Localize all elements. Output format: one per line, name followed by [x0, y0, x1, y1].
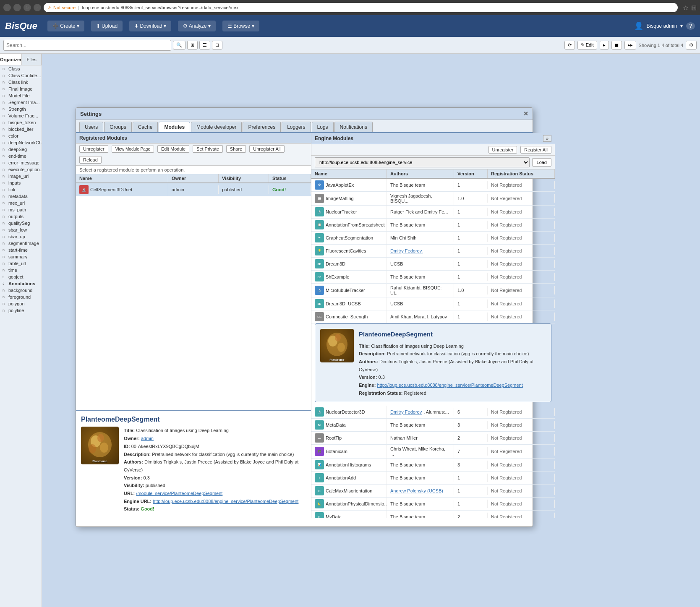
- sidebar-item-inputs[interactable]: ninputs: [0, 180, 42, 186]
- bookmark-icon[interactable]: ☆: [683, 4, 689, 12]
- unregister-button[interactable]: Unregister: [79, 145, 108, 153]
- engine-row-nucleardetector3d[interactable]: 🔬NuclearDetector3D Dmitry Fedorov, Alumn…: [311, 406, 555, 419]
- download-button[interactable]: ⬇ Download ▾: [129, 21, 171, 31]
- sidebar-item-gobject[interactable]: tgobject: [0, 274, 42, 280]
- sidebar-item-blocked-iter[interactable]: nblocked_iter: [0, 126, 42, 133]
- engine-row-botanicam[interactable]: 🌿Botanicam Chris Wheat, Mike Korcha, ...…: [311, 445, 555, 459]
- settings-button[interactable]: ⚙: [686, 41, 697, 49]
- sidebar-item-bisque-token[interactable]: nbisque_token: [0, 119, 42, 126]
- sidebar-item-sbar-up[interactable]: nsbar_up: [0, 233, 42, 240]
- sidebar-item-execute-options[interactable]: nexecute_option...: [0, 166, 42, 173]
- engine-row-metadata[interactable]: MMetaData The Bisque team 3 Not Register…: [311, 419, 555, 432]
- engine-row-composite-strength[interactable]: CSComposite_Strength Amil Khan, Marat I.…: [311, 310, 555, 323]
- tab-preferences[interactable]: Preferences: [243, 122, 281, 132]
- search-input[interactable]: [3, 40, 171, 51]
- engine-row-annotationadd[interactable]: +AnnotationAdd The Bisque team 1 Not Reg…: [311, 472, 555, 485]
- sidebar-item-final-image[interactable]: nFinal Image: [0, 86, 42, 92]
- sidebar-item-error-message[interactable]: nerror_message: [0, 159, 42, 166]
- analyze-button[interactable]: ⚙ Analyze ▾: [178, 21, 216, 31]
- upload-button[interactable]: ⬆ Upload: [91, 21, 123, 31]
- engine-row-microtubuletracker[interactable]: 🔬MicrotubuleTracker Rahul Kidambi, BISQU…: [311, 284, 555, 297]
- engine-row-annotationfromspreadsheet[interactable]: 📋AnnotationFromSpreadsheet The Bisque te…: [311, 219, 555, 232]
- sidebar-item-qualityseg[interactable]: nqualitySeg: [0, 220, 42, 227]
- sidebar-item-sbar-low[interactable]: nsbar_low: [0, 227, 42, 233]
- sidebar-item-link[interactable]: nlink: [0, 186, 42, 193]
- sidebar-item-polyline[interactable]: npolyline: [0, 307, 42, 314]
- tab-loggers[interactable]: Loggers: [282, 122, 311, 132]
- sidebar-item-image-url[interactable]: nimage_url: [0, 173, 42, 180]
- browse-button[interactable]: ☰ Browse ▾: [222, 21, 259, 31]
- sidebar-item-deepnetwork[interactable]: ndeepNetworkCh...: [0, 139, 42, 146]
- modal-close-button[interactable]: ✕: [523, 110, 528, 117]
- sidebar-item-class[interactable]: nClass: [0, 65, 42, 72]
- help-icon[interactable]: ?: [686, 22, 695, 30]
- stop-button[interactable]: ◼: [611, 41, 622, 49]
- owner-link[interactable]: admin: [141, 436, 154, 441]
- sidebar-item-foreground[interactable]: nforeground: [0, 294, 42, 300]
- share-button[interactable]: Share: [226, 145, 246, 153]
- edit-module-button[interactable]: Edit Module: [157, 145, 189, 153]
- user-menu-arrow[interactable]: ▾: [680, 23, 683, 29]
- url-link[interactable]: /module_service/PlanteomeDeepSegment: [136, 491, 222, 496]
- home-button[interactable]: ⌂: [34, 4, 41, 11]
- engine-row-dream3d-ucsb[interactable]: 3DDream3D_UCSB UCSB 1 Not Registered: [311, 297, 555, 310]
- sidebar-item-end-time[interactable]: nend-time: [0, 153, 42, 159]
- sidebar-item-segmentimage[interactable]: nsegmentImage: [0, 240, 42, 247]
- sidebar-item-class-link[interactable]: nClass link: [0, 79, 42, 86]
- sidebar-item-polygon[interactable]: npolygon: [0, 300, 42, 307]
- sidebar-item-segment-image[interactable]: nSegment Ima...: [0, 99, 42, 106]
- popup-engine-link[interactable]: http://loup.ece.ucsb.edu:8088/engine_ser…: [377, 383, 522, 388]
- sidebar-tab-organizer[interactable]: Organizer: [0, 54, 22, 65]
- view-list-button[interactable]: ☰: [199, 41, 210, 49]
- sidebar-item-volume-fraction[interactable]: nVolume Frac...: [0, 112, 42, 119]
- expand-button[interactable]: »: [543, 135, 551, 142]
- refresh-button[interactable]: ⟳: [564, 41, 575, 49]
- engine-row-annotationhistograms[interactable]: 📊AnnotationHistograms The Bisque team 3 …: [311, 459, 555, 472]
- engine-row-javaappletex[interactable]: ⚙JavaAppletEx The Bisque team 1 Not Regi…: [311, 179, 555, 192]
- view-detail-button[interactable]: ⊟: [212, 41, 222, 49]
- engine-row-shexample[interactable]: ShShExample The Bisque team 1 Not Regist…: [311, 271, 555, 284]
- sidebar-item-outputs[interactable]: noutputs: [0, 213, 42, 220]
- address-bar[interactable]: ⚠ Not secure | loup.ece.ucsb.edu:8088/cl…: [44, 3, 678, 12]
- engine-row-fluorescentcavities[interactable]: 💡FluorescentCavities Dmitry Fedorov. 1 N…: [311, 245, 555, 258]
- engine-row-calcmaxmisorient[interactable]: CCalcMaxMisorientation Andrew Polonsky (…: [311, 485, 555, 498]
- extensions-icon[interactable]: ⊞: [691, 4, 697, 12]
- view-grid-button[interactable]: ⊞: [187, 41, 198, 49]
- sidebar-item-class-confidence[interactable]: nClass Confide...: [0, 72, 42, 79]
- engine-row-nucleartracker[interactable]: 🔬NuclearTracker Rutger Fick and Dmitry F…: [311, 206, 555, 219]
- sidebar-item-deepseg[interactable]: ndeepSeg: [0, 146, 42, 153]
- load-button[interactable]: Load: [532, 158, 551, 167]
- sidebar-item-table-url[interactable]: ntable_url: [0, 260, 42, 267]
- sidebar-item-time[interactable]: ntime: [0, 267, 42, 274]
- back-button[interactable]: ←: [3, 4, 11, 11]
- view-module-page-button[interactable]: View Module Page: [112, 146, 154, 153]
- edit-button[interactable]: ✎ Edit: [577, 41, 597, 49]
- register-all-button[interactable]: Register All: [520, 146, 551, 154]
- sidebar-item-start-time[interactable]: nstart-time: [0, 247, 42, 253]
- sidebar-item-mex-url[interactable]: nmex_url: [0, 200, 42, 206]
- next-button[interactable]: ▸▸: [624, 41, 636, 49]
- reload-button[interactable]: ↻: [24, 4, 31, 11]
- forward-button[interactable]: →: [13, 4, 21, 11]
- engine-row-roottip[interactable]: —RootTip Nathan Miller 2 Not Registered: [311, 432, 555, 445]
- reload-button[interactable]: Reload: [79, 156, 102, 164]
- tab-notifications[interactable]: Notifications: [334, 122, 373, 132]
- tab-module-developer[interactable]: Module developer: [191, 122, 242, 132]
- sidebar-item-ms-path[interactable]: nms_path: [0, 206, 42, 213]
- engine-row-annotationphysical[interactable]: 📐AnnotationPhysicalDimensio... The Bisqu…: [311, 498, 555, 511]
- search-button[interactable]: 🔍: [173, 41, 185, 49]
- tab-users[interactable]: Users: [79, 122, 103, 132]
- sidebar-item-summary[interactable]: nsummary: [0, 253, 42, 260]
- engine-url-link[interactable]: http://loup.ece.ucsb.edu:8088/engine_ser…: [153, 499, 298, 504]
- tab-cache[interactable]: Cache: [133, 122, 158, 132]
- engine-row-dream3d[interactable]: 3DDream3D UCSB 1 Not Registered: [311, 258, 555, 271]
- engine-row-graphcutsegmentation[interactable]: ✂GraphcutSegmentation Min Chi Shih 1 Not…: [311, 232, 555, 245]
- sidebar-item-annotations[interactable]: tAnnotations: [0, 280, 42, 287]
- unregister-engine-button[interactable]: Unregister: [488, 146, 517, 154]
- sidebar-item-metadata[interactable]: nmetadata: [0, 193, 42, 200]
- set-private-button[interactable]: Set Private: [193, 145, 223, 153]
- sidebar-item-background[interactable]: nbackground: [0, 287, 42, 294]
- sidebar-item-strength[interactable]: nStrength: [0, 106, 42, 112]
- engine-row-imagematting[interactable]: 🖼ImageMatting Vignesh Jagadeesh, BISQU..…: [311, 192, 555, 206]
- table-row[interactable]: 🔬 CellSegment3DUnet admin published Good…: [76, 183, 311, 196]
